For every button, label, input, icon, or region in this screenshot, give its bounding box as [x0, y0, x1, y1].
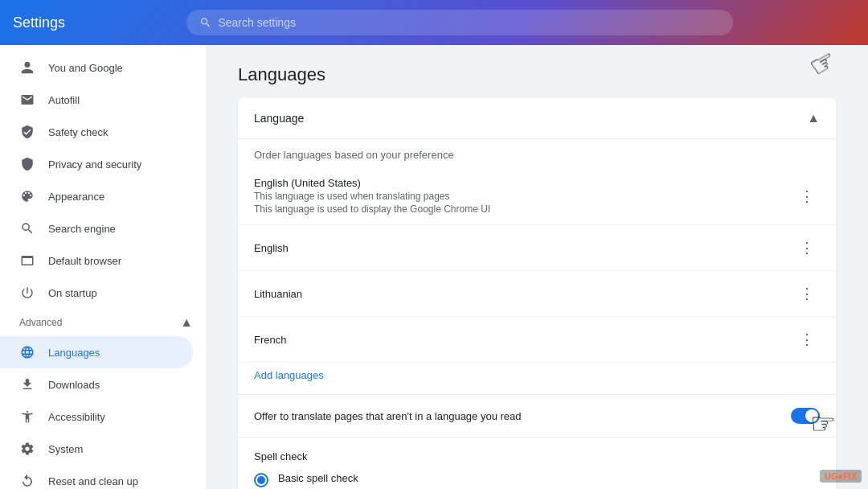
sidebar-item-reset-cleanup[interactable]: Reset and clean up [0, 465, 193, 489]
sidebar-item-default-browser[interactable]: Default browser [0, 244, 193, 277]
sidebar-item-accessibility[interactable]: Accessibility [0, 401, 193, 433]
watermark: UG●FIX [820, 470, 862, 483]
reset-icon [19, 473, 35, 489]
add-languages-button[interactable]: Add languages [238, 363, 836, 394]
sidebar-item-downloads[interactable]: Downloads [0, 368, 193, 401]
settings-title: Settings [13, 14, 174, 31]
sidebar-item-appearance[interactable]: Appearance [0, 180, 193, 212]
translate-toggle-row: Offer to translate pages that aren't in … [238, 394, 836, 437]
sidebar-label: Appearance [48, 191, 104, 203]
translate-toggle[interactable] [791, 408, 820, 424]
basic-spell-check-option[interactable]: Basic spell check [254, 472, 820, 487]
language-menu-button[interactable]: ⋮ [794, 327, 820, 352]
search-engine-icon [19, 220, 35, 236]
toggle-slider [791, 408, 820, 424]
sidebar-item-safety-check[interactable]: Safety check [0, 116, 193, 148]
page-title: Languages [238, 64, 836, 85]
privacy-icon [19, 156, 35, 172]
download-icon [19, 376, 35, 392]
sidebar-label: On startup [48, 287, 97, 299]
language-menu-button[interactable]: ⋮ [794, 281, 820, 306]
sidebar: You and Google Autofill Safety check Pri… [0, 45, 206, 489]
system-icon [19, 441, 35, 457]
language-row-lithuanian: Lithuanian ⋮ [238, 271, 836, 317]
language-sub1: This language is used when translating p… [254, 191, 794, 202]
appearance-icon [19, 188, 35, 204]
translate-toggle-label: Offer to translate pages that aren't in … [254, 410, 522, 422]
sidebar-label: You and Google [48, 62, 123, 74]
sidebar-item-you-and-google[interactable]: You and Google [0, 51, 193, 84]
sidebar-item-search-engine[interactable]: Search engine [0, 212, 193, 244]
sidebar-label: Safety check [48, 126, 108, 138]
language-info: French [254, 334, 794, 346]
chevron-up-icon: ▲ [807, 111, 820, 125]
language-menu-button[interactable]: ⋮ [794, 235, 820, 261]
search-bar[interactable] [186, 10, 733, 35]
language-row-english: English ⋮ [238, 225, 836, 271]
language-info: English [254, 242, 794, 254]
language-section-desc: Order languages based on your preference [238, 139, 836, 167]
autofill-icon [19, 92, 35, 108]
language-section-header[interactable]: Language ▲ [238, 98, 836, 139]
language-menu-button[interactable]: ⋮ [794, 183, 820, 209]
search-icon [199, 16, 211, 29]
main-content: Languages Language ▲ Order languages bas… [206, 45, 868, 489]
chevron-up-icon: ▲ [180, 315, 193, 330]
language-sub2: This language is used to display the Goo… [254, 203, 794, 215]
globe-icon [19, 344, 35, 360]
advanced-label: Advanced [19, 317, 62, 328]
sidebar-label: Privacy and security [48, 158, 141, 171]
basic-spell-check-text: Basic spell check [278, 472, 358, 484]
advanced-section-header[interactable]: Advanced ▲ [0, 309, 206, 336]
spell-check-section: Spell check Basic spell check Enhanced s… [238, 437, 836, 489]
sidebar-label: Autofill [48, 94, 80, 106]
sidebar-item-on-startup[interactable]: On startup [0, 277, 193, 309]
shield-icon [19, 124, 35, 140]
language-row-english-us: English (United States) This language is… [238, 167, 836, 225]
accessibility-icon [19, 409, 35, 425]
header: Settings [0, 0, 868, 45]
language-row-french: French ⋮ [238, 317, 836, 363]
sidebar-label: Accessibility [48, 411, 105, 423]
language-name: Lithuanian [254, 288, 794, 300]
startup-icon [19, 285, 35, 301]
basic-spell-check-radio[interactable] [254, 473, 268, 487]
language-name: English (United States) [254, 177, 794, 189]
sidebar-label: Search engine [48, 223, 116, 235]
language-info: English (United States) This language is… [254, 177, 794, 215]
language-card: Language ▲ Order languages based on your… [238, 98, 836, 489]
sidebar-label: Default browser [48, 255, 121, 267]
sidebar-item-languages[interactable]: Languages [0, 336, 193, 368]
sidebar-item-system[interactable]: System [0, 433, 193, 465]
sidebar-item-privacy-security[interactable]: Privacy and security [0, 148, 193, 180]
sidebar-label: Downloads [48, 379, 100, 391]
sidebar-label: System [48, 443, 83, 455]
sidebar-item-autofill[interactable]: Autofill [0, 84, 193, 116]
language-section-title: Language [254, 112, 304, 125]
svg-point-0 [27, 411, 28, 413]
spell-check-title: Spell check [254, 450, 820, 462]
language-name: English [254, 242, 794, 254]
browser-icon [19, 253, 35, 269]
sidebar-label: Languages [48, 347, 100, 359]
search-input[interactable] [218, 16, 720, 29]
language-name: French [254, 334, 794, 346]
basic-spell-check-label: Basic spell check [278, 472, 358, 484]
person-icon [19, 60, 35, 76]
sidebar-label: Reset and clean up [48, 475, 138, 487]
language-info: Lithuanian [254, 288, 794, 300]
